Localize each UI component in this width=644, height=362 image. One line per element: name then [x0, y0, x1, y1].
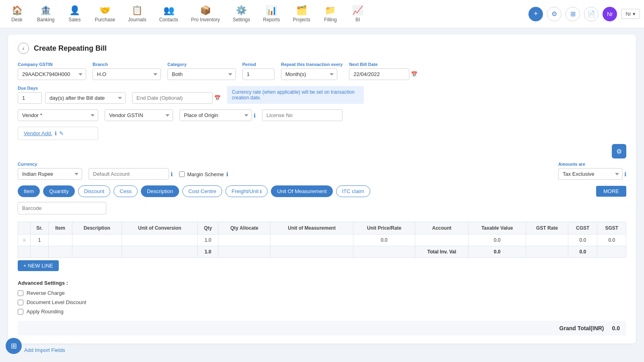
- adv-check-reverse-charge: Reverse Charge: [18, 290, 626, 296]
- branch-label: Branch: [93, 62, 161, 67]
- nav-item-desk[interactable]: 🏠Desk: [4, 3, 30, 25]
- col-toggle-itc-claim[interactable]: ITC claim: [336, 185, 370, 197]
- doc-icon[interactable]: 📄: [584, 7, 599, 21]
- col-toggle-description[interactable]: Description: [141, 185, 179, 197]
- table-cell-sr[interactable]: 1: [31, 234, 48, 246]
- vendor-select[interactable]: Vendor *: [18, 109, 98, 121]
- currency-group: Currency Indian Rupee: [18, 162, 82, 180]
- table-total-cell: [48, 246, 72, 258]
- vendor-add-label[interactable]: Vendor Add.: [24, 130, 52, 136]
- table-cell-sgst[interactable]: 0.0: [597, 234, 626, 246]
- back-button[interactable]: ‹: [18, 43, 29, 54]
- nav-item-pro-inventory[interactable]: 📦Pro Inventory: [186, 3, 225, 25]
- table-header-cell: Item: [48, 222, 72, 234]
- nav-item-settings[interactable]: ⚙️Settings: [227, 3, 256, 25]
- table-cell-item[interactable]: [48, 234, 72, 246]
- reverse-charge-checkbox[interactable]: [18, 290, 23, 296]
- nav-item-banking[interactable]: 🏦Banking: [31, 3, 60, 25]
- nav-item-bi[interactable]: 📈BI: [345, 3, 371, 25]
- form-row-4: Currency Indian Rupee ℹ Margin Scheme ℹ: [18, 162, 626, 180]
- add-button[interactable]: +: [528, 7, 543, 21]
- nav-item-reports[interactable]: 📊Reports: [258, 3, 286, 25]
- table-total-cell: 1.0: [198, 246, 219, 258]
- nav-item-filling[interactable]: 📁Filling: [318, 3, 343, 25]
- period-input[interactable]: [242, 68, 275, 80]
- barcode-row: [18, 202, 626, 218]
- more-button[interactable]: MORE: [596, 186, 626, 197]
- table-cell-account[interactable]: [415, 234, 468, 246]
- repeat-group: Repeat this transaction every Month(s): [281, 62, 343, 80]
- amounts-are-select[interactable]: Tax Exclusive: [558, 168, 623, 180]
- import-fields-label[interactable]: Add Import Fields: [24, 347, 65, 350]
- user-dropdown[interactable]: Nr ▾: [621, 9, 640, 19]
- margin-scheme-checkbox[interactable]: [179, 171, 185, 177]
- new-line-button[interactable]: + NEW LINE: [18, 260, 59, 271]
- col-toggle-discount[interactable]: Discount: [78, 185, 111, 197]
- currency-select[interactable]: Indian Rupee: [18, 168, 82, 180]
- nav-item-contacts[interactable]: 👥Contacts: [153, 3, 184, 25]
- amounts-are-label: Amounts are: [558, 162, 626, 167]
- table-cell-unit_conv[interactable]: [122, 234, 198, 246]
- filling-icon: 📁: [325, 5, 336, 16]
- repeat-select[interactable]: Month(s): [281, 68, 337, 80]
- due-days-after-select[interactable]: day(s) after the Bill date: [45, 92, 126, 104]
- table-cell-gst_rate[interactable]: [526, 234, 568, 246]
- due-days-input[interactable]: [18, 92, 42, 104]
- settings-icon[interactable]: ⚙: [547, 7, 561, 21]
- col-toggle-cost-centre[interactable]: Cost Centre: [182, 185, 222, 197]
- apply-rounding-checkbox[interactable]: [18, 309, 23, 315]
- branch-select[interactable]: H.O: [93, 68, 161, 80]
- vendor-add-box: Vendor Add. ℹ ✎: [18, 127, 98, 140]
- main-content: ‹ Create Repeating Bill Company GSTIN 29…: [0, 28, 644, 350]
- calendar-icon[interactable]: 📅: [411, 71, 417, 77]
- company-gstin-select[interactable]: 29AADCK7940H000: [18, 68, 86, 80]
- table-cell-taxable[interactable]: 0.0: [469, 234, 526, 246]
- table-cell-uom[interactable]: [270, 234, 353, 246]
- barcode-input[interactable]: [18, 202, 106, 214]
- user-avatar[interactable]: Nr: [603, 7, 617, 21]
- grid-icon[interactable]: ⊞: [566, 7, 580, 21]
- contacts-icon: 👥: [163, 5, 174, 16]
- col-toggle-cess[interactable]: Cess: [114, 185, 138, 197]
- col-toggle-item[interactable]: Item: [18, 185, 40, 197]
- table-total-cell: [218, 246, 270, 258]
- end-date-input[interactable]: [132, 92, 213, 104]
- vendor-gstin-select[interactable]: Vendor GSTIN: [105, 109, 173, 121]
- category-select[interactable]: Both: [167, 68, 236, 80]
- table-total-cell: [597, 246, 626, 258]
- nav-item-purchase[interactable]: 🤝Purchase: [89, 3, 121, 25]
- col-toggle-freight-unit[interactable]: Freight/Unit ℹ: [225, 185, 268, 197]
- table-cell-cgst[interactable]: 0.0: [568, 234, 597, 246]
- table-body: ≡11.00.00.00.00.01.0Total Inv. Val0.00.0: [18, 234, 626, 258]
- pro-inventory-icon: 📦: [200, 5, 211, 16]
- table-cell-description[interactable]: [72, 234, 122, 246]
- nav-item-journals[interactable]: 📋Journals: [122, 3, 152, 25]
- bi-icon: 📈: [352, 5, 363, 16]
- form-row-3: Vendor * Vendor GSTIN Place of Origin: [18, 109, 626, 121]
- default-account-input[interactable]: [89, 168, 169, 180]
- settings-cog-button[interactable]: ⚙: [612, 144, 626, 158]
- license-no-input[interactable]: [262, 109, 343, 121]
- col-toggle-quantity[interactable]: Quantity: [43, 185, 74, 197]
- table-cell-unit_price[interactable]: 0.0: [353, 234, 415, 246]
- col-toggle-unit-of-measurement[interactable]: Unit Of Measurement: [271, 185, 333, 197]
- repeat-label: Repeat this transaction every: [281, 62, 343, 67]
- end-date-calendar-icon[interactable]: 📅: [214, 95, 221, 101]
- nav-item-sales[interactable]: 👤Sales: [62, 3, 87, 25]
- doc-level-discount-checkbox[interactable]: [18, 300, 23, 305]
- table-total-cell: [72, 246, 122, 258]
- nav-item-projects[interactable]: 🗂️Projects: [287, 3, 316, 25]
- place-of-origin-select[interactable]: Place of Origin: [180, 109, 252, 121]
- next-bill-date-input[interactable]: [349, 68, 409, 80]
- page-title: Create Repeating Bill: [34, 44, 107, 53]
- category-group: Category Both: [167, 62, 236, 80]
- currency-rate-info: Currency rate (when applicable) will be …: [227, 86, 364, 104]
- branch-group: Branch H.O: [93, 62, 161, 80]
- place-of-origin-group: Place of Origin ℹ: [180, 109, 256, 121]
- nav-label-reports: Reports: [263, 17, 280, 23]
- advanced-settings: Advanced Settings : Reverse ChargeDocume…: [18, 280, 626, 315]
- nav-label-desk: Desk: [11, 17, 22, 23]
- edit-icon-vendor[interactable]: ✎: [59, 130, 64, 136]
- table-cell-qty_alloc[interactable]: [218, 234, 270, 246]
- table-cell-qty[interactable]: 1.0: [198, 234, 219, 246]
